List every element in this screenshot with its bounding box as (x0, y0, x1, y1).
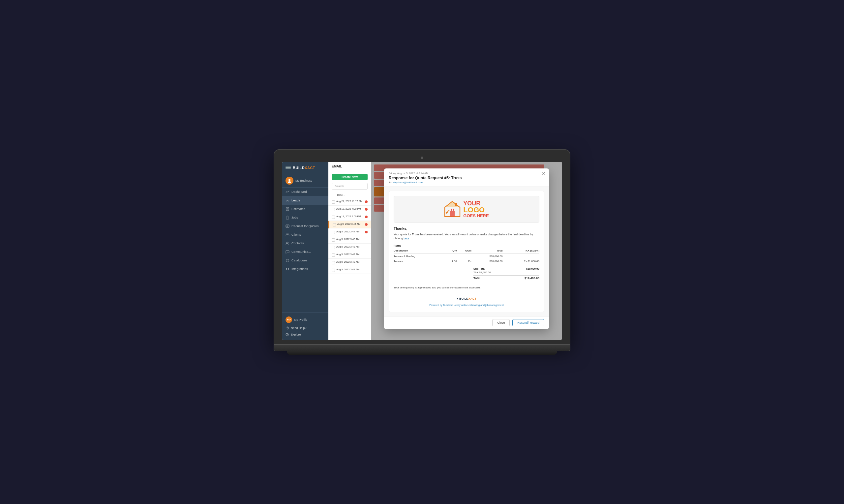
modal-date: Friday, August 5, 2022 at 3:44 AM (389, 172, 544, 175)
unread-dot (365, 223, 367, 226)
svg-rect-23 (450, 211, 455, 217)
modal-title: Response for Quote Request #5: Truss (389, 176, 544, 180)
email-date: Aug 11, 2022 7:00 PM (336, 215, 361, 218)
sidebar-item-label: Catalogues (291, 258, 307, 262)
to-label: To: (389, 181, 392, 184)
comm-icon (286, 250, 289, 254)
sidebar-user[interactable]: My Business (282, 174, 328, 187)
modal-footer: Close Resend/Forward (384, 316, 549, 329)
svg-point-20 (287, 334, 287, 335)
unread-dot (365, 216, 367, 218)
email-date: Aug 5, 2022 3:44 AM (336, 230, 359, 233)
sidebar-item-label: Estimates (291, 207, 305, 211)
sidebar-item-leads[interactable]: Leads (282, 196, 328, 205)
sidebar-item-label: Request for Quotes (291, 224, 319, 228)
sidebar-item-label: Contacts (291, 241, 304, 245)
powered-by-link[interactable]: Powered by Buildxact - easy online estim… (429, 304, 504, 307)
tax-amount-label: TAX $1,485.00 (473, 271, 491, 274)
sidebar-item-label: Leads (291, 198, 300, 202)
col-total: Total (471, 249, 503, 254)
email-checkbox[interactable] (332, 231, 335, 234)
leads-icon (286, 198, 289, 202)
sidebar-item-catalogues[interactable]: Catalogues (282, 256, 328, 265)
sidebar-item-contacts[interactable]: Contacts (282, 239, 328, 248)
resend-forward-button[interactable]: Resend/Forward (512, 319, 544, 326)
contacts-icon (286, 241, 289, 245)
email-item[interactable]: Aug 21, 2022 11:17 PM (328, 198, 371, 206)
email-checkbox[interactable] (332, 269, 335, 272)
unread-dot (365, 231, 367, 233)
avatar (286, 177, 293, 185)
email-checkbox[interactable] (332, 261, 335, 264)
sidebar-item-communications[interactable]: Communica... (282, 248, 328, 256)
unread-dot (365, 208, 367, 211)
email-item[interactable]: Aug 11, 2022 7:00 PM (328, 213, 371, 221)
sidebar-logo: BUILDXACT (282, 162, 328, 174)
email-content: YOUR LOGO GOES HERE Thanks, You (389, 191, 544, 312)
explore-icon (286, 333, 289, 336)
svg-rect-6 (286, 217, 289, 219)
email-checkbox[interactable] (333, 223, 336, 227)
email-checkbox[interactable] (332, 216, 335, 219)
int-icon (286, 267, 289, 271)
modal-close-button[interactable]: ✕ (542, 171, 546, 176)
svg-point-12 (288, 242, 289, 243)
sidebar-item-jobs[interactable]: Jobs (282, 213, 328, 222)
sidebar-item-need-help[interactable]: ? Need Help? (282, 325, 328, 331)
close-button[interactable]: Close (492, 319, 510, 326)
row-qty: 1.00 (445, 259, 457, 264)
sidebar-item-explore[interactable]: Explore (282, 331, 328, 338)
to-email[interactable]: stephena@buildxact.com (393, 181, 423, 184)
sub-total-label: Sub Total (473, 267, 485, 270)
email-checkbox[interactable] (332, 246, 335, 249)
avatar-bd: BD (286, 317, 292, 323)
email-item[interactable]: Aug 5, 2022 3:42 AM (328, 259, 371, 266)
svg-rect-26 (455, 203, 457, 206)
sidebar-item-estimates[interactable]: Estimates (282, 205, 328, 213)
sub-total-row: Sub Total $18,000.00 (473, 267, 539, 271)
row-tax (503, 254, 540, 259)
sidebar-item-dashboard[interactable]: Dashboard (282, 187, 328, 196)
search-box[interactable]: Search (332, 183, 367, 190)
sidebar-item-clients[interactable]: Clients (282, 230, 328, 239)
app-container: BUILDXACT My Business Dashboard (282, 162, 562, 340)
email-item[interactable]: Aug 5, 2022 3:44 AM (328, 229, 371, 236)
email-panel-header: EMAIL (328, 162, 371, 171)
sidebar-item-label: Jobs (291, 216, 298, 219)
items-section-title: Items (394, 244, 539, 247)
email-item-active[interactable]: Aug 5, 2022 3:44 AM (328, 221, 371, 229)
email-item[interactable]: Aug 18, 2022 7:00 PM (328, 206, 371, 213)
row-uom: Ea (457, 259, 471, 264)
create-new-button[interactable]: Create New (332, 174, 367, 180)
col-date[interactable]: Date ↓ (337, 194, 367, 196)
sidebar-item-my-profile[interactable]: BD My Profile (282, 315, 328, 325)
email-item[interactable]: Aug 5, 2022 3:43 AM (328, 244, 371, 251)
email-modal: Friday, August 5, 2022 at 3:44 AM Respon… (384, 168, 549, 329)
email-item[interactable]: Aug 5, 2022 3:42 AM (328, 266, 371, 274)
email-checkbox[interactable] (332, 238, 335, 241)
email-item[interactable]: Aug 5, 2022 3:42 AM (328, 251, 371, 259)
email-checkbox[interactable] (332, 208, 335, 211)
here-link[interactable]: here (403, 237, 409, 240)
email-checkbox[interactable] (332, 200, 335, 204)
body-text-3: . (409, 237, 410, 240)
modal-to: To: stephena@buildxact.com (389, 181, 544, 184)
svg-point-13 (286, 259, 289, 262)
email-item[interactable]: Aug 5, 2022 3:43 AM (328, 236, 371, 244)
modal-body: YOUR LOGO GOES HERE Thanks, You (384, 187, 549, 317)
total-row: Total $19,485.00 (473, 275, 539, 280)
sidebar-item-integrations[interactable]: Integrations (282, 265, 328, 273)
my-profile-label: My Profile (294, 318, 307, 321)
unread-dot (365, 200, 367, 203)
cat-icon (286, 258, 289, 263)
row-tax: Ex $1,800.00 (503, 259, 540, 264)
svg-point-11 (287, 242, 288, 243)
sidebar-item-request-quotes[interactable]: Request for Quotes (282, 222, 328, 230)
row-description: Trusses (394, 259, 445, 264)
svg-rect-7 (286, 225, 289, 228)
explore-label: Explore (291, 333, 301, 336)
items-table: Description Qty UOM Total TAX (8.25%) (394, 249, 539, 264)
tax-amount-row: TAX $1,485.00 (473, 271, 539, 274)
email-list-panel: EMAIL Create New Search Date ↓ Aug 21, 2… (328, 162, 371, 340)
email-checkbox[interactable] (332, 253, 335, 257)
